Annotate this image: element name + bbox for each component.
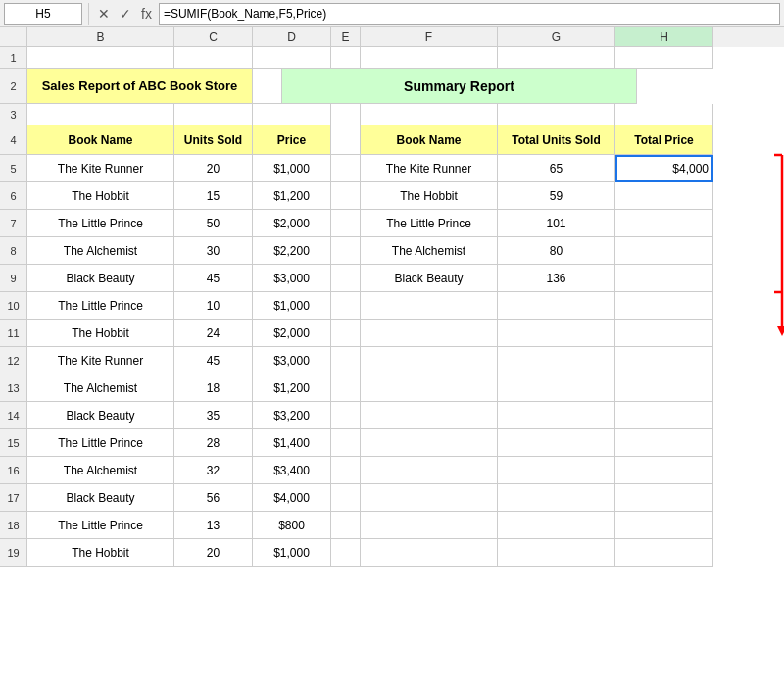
cell-d12[interactable]: $3,000: [253, 347, 331, 374]
cell-h5[interactable]: $4,000: [615, 155, 713, 182]
col-header-price[interactable]: Price: [253, 125, 331, 155]
cell-f15[interactable]: [361, 429, 498, 457]
row-header-17[interactable]: 17: [0, 484, 27, 512]
cell-f12[interactable]: [361, 347, 498, 374]
cell-h10[interactable]: [615, 292, 713, 320]
cell-g17[interactable]: [498, 484, 615, 512]
row-header-3[interactable]: 3: [0, 104, 27, 125]
cell-f18[interactable]: [361, 512, 498, 539]
cell-d15[interactable]: $1,400: [253, 429, 331, 457]
col-header-g[interactable]: G: [498, 27, 615, 47]
cell-g19[interactable]: [498, 539, 615, 567]
cell-e19[interactable]: [331, 539, 361, 567]
cell-d11[interactable]: $2,000: [253, 320, 331, 347]
cell-e8[interactable]: [331, 237, 361, 265]
cell-f13[interactable]: [361, 374, 498, 402]
row-header-11[interactable]: 11: [0, 320, 27, 347]
cell-b11[interactable]: The Hobbit: [27, 320, 174, 347]
cell-d1[interactable]: [253, 47, 331, 69]
col-header-f[interactable]: F: [361, 27, 498, 47]
fx-icon[interactable]: fx: [138, 6, 155, 22]
cell-g11[interactable]: [498, 320, 615, 347]
cancel-icon[interactable]: ✕: [95, 6, 113, 22]
cell-f9[interactable]: Black Beauty: [361, 265, 498, 292]
cell-e12[interactable]: [331, 347, 361, 374]
cell-b6[interactable]: The Hobbit: [27, 182, 174, 210]
cell-b7[interactable]: The Little Prince: [27, 210, 174, 237]
cell-e5[interactable]: [331, 155, 361, 182]
cell-f5[interactable]: The Kite Runner: [361, 155, 498, 182]
cell-g14[interactable]: [498, 402, 615, 429]
row-header-13[interactable]: 13: [0, 374, 27, 402]
formula-input[interactable]: [159, 3, 780, 25]
row-header-6[interactable]: 6: [0, 182, 27, 210]
cell-b16[interactable]: The Alchemist: [27, 457, 174, 484]
cell-h6[interactable]: [615, 182, 713, 210]
cell-d18[interactable]: $800: [253, 512, 331, 539]
col-header-d[interactable]: D: [253, 27, 331, 47]
cell-e17[interactable]: [331, 484, 361, 512]
cell-b19[interactable]: The Hobbit: [27, 539, 174, 567]
cell-h7[interactable]: [615, 210, 713, 237]
cell-f10[interactable]: [361, 292, 498, 320]
cell-c11[interactable]: 24: [174, 320, 253, 347]
cell-h17[interactable]: [615, 484, 713, 512]
cell-g5[interactable]: 65: [498, 155, 615, 182]
cell-d9[interactable]: $3,000: [253, 265, 331, 292]
cell-f7[interactable]: The Little Prince: [361, 210, 498, 237]
col-header-c[interactable]: C: [174, 27, 253, 47]
cell-f17[interactable]: [361, 484, 498, 512]
cell-h14[interactable]: [615, 402, 713, 429]
cell-h3[interactable]: [615, 104, 713, 125]
sales-title-cell[interactable]: Sales Report of ABC Book Store: [27, 69, 253, 104]
cell-d5[interactable]: $1,000: [253, 155, 331, 182]
cell-e1[interactable]: [331, 47, 361, 69]
col-header-e[interactable]: E: [331, 27, 361, 47]
cell-d17[interactable]: $4,000: [253, 484, 331, 512]
cell-g6[interactable]: 59: [498, 182, 615, 210]
cell-e11[interactable]: [331, 320, 361, 347]
cell-b15[interactable]: The Little Prince: [27, 429, 174, 457]
row-header-18[interactable]: 18: [0, 512, 27, 539]
cell-h19[interactable]: [615, 539, 713, 567]
cell-e6[interactable]: [331, 182, 361, 210]
cell-g15[interactable]: [498, 429, 615, 457]
summary-col-header-book-name[interactable]: Book Name: [361, 125, 498, 155]
cell-c7[interactable]: 50: [174, 210, 253, 237]
cell-d13[interactable]: $1,200: [253, 374, 331, 402]
cell-b12[interactable]: The Kite Runner: [27, 347, 174, 374]
cell-c19[interactable]: 20: [174, 539, 253, 567]
cell-e7[interactable]: [331, 210, 361, 237]
row-header-8[interactable]: 8: [0, 237, 27, 265]
cell-c13[interactable]: 18: [174, 374, 253, 402]
row-header-15[interactable]: 15: [0, 429, 27, 457]
cell-g18[interactable]: [498, 512, 615, 539]
cell-c8[interactable]: 30: [174, 237, 253, 265]
row-header-7[interactable]: 7: [0, 210, 27, 237]
cell-e2[interactable]: [253, 69, 282, 104]
cell-g8[interactable]: 80: [498, 237, 615, 265]
cell-b3[interactable]: [27, 104, 174, 125]
col-header-units-sold[interactable]: Units Sold: [174, 125, 253, 155]
cell-f11[interactable]: [361, 320, 498, 347]
cell-d7[interactable]: $2,000: [253, 210, 331, 237]
cell-c14[interactable]: 35: [174, 402, 253, 429]
cell-g3[interactable]: [498, 104, 615, 125]
cell-g16[interactable]: [498, 457, 615, 484]
row-header-19[interactable]: 19: [0, 539, 27, 567]
cell-b10[interactable]: The Little Prince: [27, 292, 174, 320]
cell-d14[interactable]: $3,200: [253, 402, 331, 429]
cell-e16[interactable]: [331, 457, 361, 484]
cell-c6[interactable]: 15: [174, 182, 253, 210]
cell-d3[interactable]: [253, 104, 331, 125]
cell-g7[interactable]: 101: [498, 210, 615, 237]
summary-col-header-total-units[interactable]: Total Units Sold: [498, 125, 615, 155]
cell-b17[interactable]: Black Beauty: [27, 484, 174, 512]
col-header-book-name[interactable]: Book Name: [27, 125, 174, 155]
cell-h8[interactable]: [615, 237, 713, 265]
cell-d8[interactable]: $2,200: [253, 237, 331, 265]
row-header-5[interactable]: 5: [0, 155, 27, 182]
cell-g12[interactable]: [498, 347, 615, 374]
cell-c18[interactable]: 13: [174, 512, 253, 539]
cell-e3[interactable]: [331, 104, 361, 125]
